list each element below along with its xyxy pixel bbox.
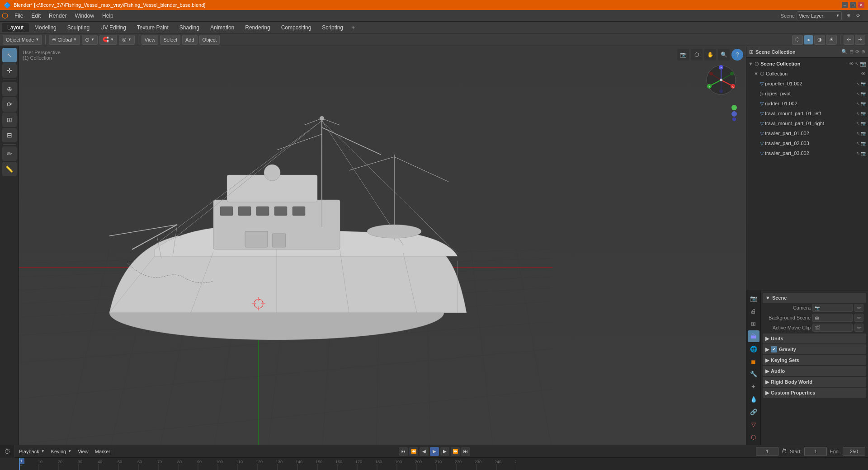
particles-icon[interactable]: ✦ — [748, 381, 760, 393]
move-tool-btn[interactable]: ⊕ — [2, 82, 17, 96]
outliner-filter-btn[interactable]: ⊟ — [849, 49, 854, 55]
object-menu[interactable]: Object — [199, 35, 220, 45]
select-menu[interactable]: Select — [160, 35, 180, 45]
menu-edit[interactable]: Edit — [28, 12, 44, 20]
ol-item-trawl-left[interactable]: ▽ trawl_mount_part_01_left ↖ 📷 — [746, 108, 868, 118]
physics-icon[interactable]: 💧 — [748, 394, 760, 405]
camera-value[interactable]: 📷 — [812, 304, 853, 312]
rigid-body-section-header[interactable]: ▶ Rigid Body World — [763, 377, 866, 387]
annotate-tool-btn[interactable]: ✏ — [2, 146, 17, 161]
jump-fwd-btn[interactable]: ⏩ — [451, 447, 460, 456]
background-scene-value[interactable]: 🏔 — [812, 314, 853, 322]
render-restrict-icon[interactable]: 📷 — [861, 101, 866, 106]
ol-collection[interactable]: ▼ ⬡ Collection 👁 — [746, 69, 868, 79]
render-restrict-icon[interactable]: 📷 — [861, 151, 866, 156]
tl-keying-menu[interactable]: Keying ▼ — [48, 448, 75, 455]
scene-props-icon[interactable]: 🏔 — [748, 330, 760, 342]
header-icon-2[interactable]: ⟳ — [854, 11, 863, 20]
camera-restrict-icon[interactable]: ↖ — [856, 131, 860, 136]
jump-to-start-btn[interactable]: ⏮ — [399, 447, 408, 456]
view-layer-props-icon[interactable]: ⊞ — [748, 318, 760, 330]
tl-playback-menu[interactable]: Playback ▼ — [16, 448, 47, 455]
play-btn[interactable]: ▶ — [430, 447, 439, 456]
jump-to-end-btn[interactable]: ⏭ — [461, 447, 470, 456]
pivot-btn[interactable]: ⊙ ▼ — [82, 35, 98, 45]
tab-texture-paint[interactable]: Texture Paint — [132, 23, 174, 32]
viewport[interactable]: User Perspective (1) Collection 📷 ⬡ ✋ 🔍 … — [19, 46, 746, 445]
gravity-checkbox[interactable]: ✓ — [771, 346, 777, 352]
camera-restrict-icon[interactable]: ↖ — [856, 111, 860, 116]
eye-icon[interactable]: 👁 — [861, 71, 866, 76]
add-menu[interactable]: Add — [182, 35, 198, 45]
tab-compositing[interactable]: Compositing — [276, 23, 317, 32]
active-movie-clip-value[interactable]: 🎬 — [812, 324, 853, 332]
ol-item-trawler1[interactable]: ▽ trawler_part_01.002 ↖ 📷 — [746, 128, 868, 138]
measure-tool-btn[interactable]: 📏 — [2, 162, 17, 176]
menu-help[interactable]: Help — [99, 12, 117, 20]
outliner-pin-btn[interactable]: ⊕ — [861, 49, 865, 55]
render-restrict-icon[interactable]: 📷 — [861, 91, 866, 96]
timeline-ruler[interactable]: 1 1 10 20 30 40 50 60 70 — [0, 458, 868, 470]
minimize-button[interactable]: ─ — [842, 2, 848, 8]
camera-restrict-icon[interactable]: ↖ — [856, 121, 860, 126]
maximize-button[interactable]: □ — [850, 2, 856, 8]
move-viewport-btn[interactable]: ✋ — [704, 49, 716, 61]
header-icon-1[interactable]: ⊞ — [844, 11, 853, 20]
cursor-tool-btn[interactable]: ✛ — [2, 63, 17, 78]
units-section-header[interactable]: ▶ Units — [763, 334, 866, 343]
rendered-btn[interactable]: ☀ — [826, 35, 837, 45]
ol-item-trawler3[interactable]: ▽ trawler_part_03.002 ↖ 📷 — [746, 148, 868, 158]
ol-item-ropes[interactable]: ▷ ropes_pivot ↖ 📷 — [746, 89, 868, 99]
menu-window[interactable]: Window — [71, 12, 98, 20]
render-restrict-icon[interactable]: 📷 — [861, 141, 866, 146]
camera-restrict-icon[interactable]: ↖ — [856, 91, 860, 96]
tl-view-menu[interactable]: View — [75, 448, 91, 455]
constraints-icon[interactable]: 🔗 — [748, 406, 760, 418]
wireframe-btn[interactable]: ⬡ — [792, 35, 803, 45]
tab-layout[interactable]: Layout — [2, 23, 29, 32]
scene-section-header[interactable]: ▼ Scene — [763, 293, 866, 303]
camera-edit-btn[interactable]: ✏ — [854, 304, 863, 312]
select-icon[interactable]: ↖ — [855, 61, 859, 67]
jump-back-btn[interactable]: ⏪ — [409, 447, 418, 456]
data-icon[interactable]: ▽ — [748, 418, 760, 430]
eye-icon[interactable]: 👁 — [849, 61, 854, 67]
render-restrict-icon[interactable]: 📷 — [861, 81, 866, 86]
render-restrict-icon[interactable]: 📷 — [861, 121, 866, 126]
current-frame-box[interactable]: 1 — [756, 447, 778, 456]
gizmo-btn[interactable]: ✛ — [855, 35, 865, 45]
ol-item-rudder[interactable]: ▽ rudder_01.002 ↖ 📷 — [746, 99, 868, 108]
camera-restrict-icon[interactable]: ↖ — [856, 141, 860, 146]
ol-item-trawler2[interactable]: ▽ trawler_part_02.003 ↖ 📷 — [746, 138, 868, 148]
bg-scene-edit-btn[interactable]: ✏ — [854, 314, 863, 322]
material-icon[interactable]: ⬡ — [748, 431, 760, 443]
audio-section-header[interactable]: ▶ Audio — [763, 366, 866, 376]
tab-scripting[interactable]: Scripting — [316, 23, 349, 32]
scale-tool-btn[interactable]: ⊞ — [2, 113, 17, 127]
ol-scene-collection[interactable]: ▼ ⬡ Scene Collection 👁 ↖ 📷 — [746, 59, 868, 69]
object-props-icon[interactable]: ◼ — [748, 356, 760, 367]
tab-animation[interactable]: Animation — [205, 23, 240, 32]
start-frame-box[interactable]: 1 — [804, 447, 827, 456]
render-restrict-icon[interactable]: 📷 — [861, 111, 866, 116]
help-btn[interactable]: ? — [731, 49, 743, 61]
camera-restrict-icon[interactable]: ↖ — [856, 151, 860, 156]
render-icon[interactable]: 📷 — [860, 61, 866, 67]
add-workspace-button[interactable]: + — [349, 23, 358, 32]
tab-sculpting[interactable]: Sculpting — [62, 23, 95, 32]
snap-btn[interactable]: 🧲 ▼ — [99, 35, 117, 45]
tab-shading[interactable]: Shading — [174, 23, 205, 32]
window-controls[interactable]: ─ □ ✕ — [842, 2, 864, 8]
output-props-icon[interactable]: 🖨 — [748, 306, 760, 317]
camera-restrict-icon[interactable]: ↖ — [856, 101, 860, 106]
proportional-btn[interactable]: ◎ ▼ — [119, 35, 135, 45]
camera-btn[interactable]: 📷 — [677, 49, 689, 61]
solid-btn[interactable]: ● — [804, 35, 813, 45]
outliner-sync-btn[interactable]: ⟳ — [855, 49, 859, 55]
prev-frame-btn[interactable]: ◀ — [420, 447, 429, 456]
tab-modeling[interactable]: Modeling — [29, 23, 62, 32]
modifiers-icon[interactable]: 🔧 — [748, 368, 760, 380]
ol-item-trawl-right[interactable]: ▽ trawl_mount_part_01_right ↖ 📷 — [746, 118, 868, 128]
clip-edit-btn[interactable]: ✏ — [854, 324, 863, 332]
keying-sets-section-header[interactable]: ▶ Keying Sets — [763, 355, 866, 365]
